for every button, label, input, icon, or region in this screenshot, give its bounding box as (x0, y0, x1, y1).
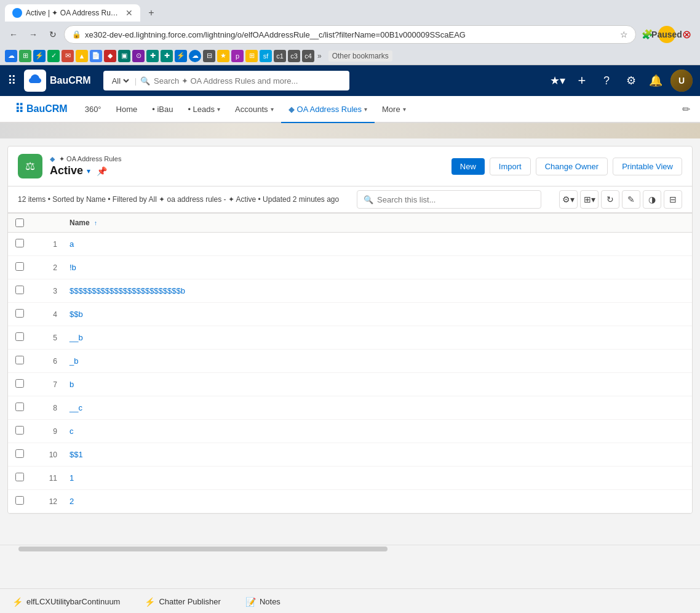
setup-gear-icon[interactable]: ⚙ (621, 71, 641, 90)
row-name-cell: __b (62, 326, 692, 350)
browser-menu-icon[interactable]: ⊗ (678, 26, 695, 43)
ext-bookmark-icon[interactable]: ⊞ (245, 50, 258, 62)
nav-item-ibau[interactable]: • iBau (145, 96, 180, 123)
row-name-link[interactable]: _b (70, 356, 78, 366)
paused-badge[interactable]: Paused (658, 26, 675, 43)
utility-item-chatter[interactable]: ⚡ Chatter Publisher (140, 589, 225, 613)
ext-c1-icon[interactable]: c1 (274, 50, 286, 62)
nav-item-accounts[interactable]: Accounts ▾ (228, 96, 280, 123)
edit-list-button[interactable]: ✎ (622, 190, 640, 209)
row-checkbox[interactable] (15, 286, 24, 294)
ext-check4-icon[interactable]: ⚡ (175, 50, 187, 62)
ext-teal-icon[interactable]: ▣ (118, 50, 130, 62)
import-button[interactable]: Import (490, 158, 531, 175)
ext-c3-icon[interactable]: c3 (288, 50, 300, 62)
ext-p-icon[interactable]: p (231, 50, 244, 62)
row-name-link[interactable]: 1 (70, 473, 74, 483)
ext-mail-icon[interactable]: ✉ (62, 50, 74, 62)
refresh-button[interactable]: ↻ (601, 190, 619, 209)
utility-item-notes[interactable]: 📝 Notes (241, 589, 285, 613)
reload-button[interactable]: ↻ (44, 26, 62, 43)
waffle-menu-icon[interactable]: ⠿ (7, 73, 17, 88)
ext-sf2-icon[interactable]: sf (260, 50, 272, 62)
nav-app-name[interactable]: ⠿ BauCRM (5, 96, 78, 122)
ext-c4-icon[interactable]: c4 (302, 50, 314, 62)
row-name-link[interactable]: $$b (70, 310, 83, 319)
view-name-dropdown-icon[interactable]: ▾ (87, 167, 90, 175)
help-icon[interactable]: ? (597, 71, 616, 90)
row-checkbox[interactable] (15, 262, 24, 271)
nav-item-360[interactable]: 360° (78, 96, 109, 123)
nav-item-home[interactable]: Home (109, 96, 145, 123)
row-name-link[interactable]: __c (70, 403, 82, 412)
bookmark-icon[interactable]: ☆ (620, 30, 628, 39)
row-name-link[interactable]: a (70, 239, 74, 249)
row-name-link[interactable]: !b (70, 263, 76, 272)
horizontal-scrollbar[interactable] (0, 545, 700, 552)
row-name-link[interactable]: __b (70, 333, 83, 342)
ext-drive-icon[interactable]: ▲ (76, 50, 88, 62)
ext-doc-icon[interactable]: 📄 (90, 50, 102, 62)
filter-button[interactable]: ⊟ (664, 190, 682, 209)
ext-sf-icon[interactable]: ☁ (189, 50, 201, 62)
nav-item-leads[interactable]: • Leads ▾ (180, 96, 228, 123)
add-icon[interactable]: + (572, 71, 592, 90)
row-checkbox[interactable] (15, 379, 24, 388)
back-button[interactable]: ← (5, 26, 22, 43)
column-header-name[interactable]: Name ↑ (62, 214, 692, 233)
active-tab[interactable]: Active | ✦ OA Address Rules | S... ✕ (5, 4, 140, 22)
ext-check2-icon[interactable]: ✚ (146, 50, 159, 62)
tab-close-button[interactable]: ✕ (125, 8, 133, 18)
printable-view-button[interactable]: Printable View (613, 158, 682, 175)
change-owner-button[interactable]: Change Owner (536, 158, 608, 175)
user-avatar[interactable]: U (670, 70, 693, 92)
ext-check3-icon[interactable]: ✚ (161, 50, 173, 62)
row-checkbox[interactable] (15, 239, 24, 247)
nav-item-more[interactable]: More ▾ (375, 96, 413, 123)
new-tab-button[interactable]: + (143, 4, 160, 22)
address-bar[interactable]: 🔒 xe302-dev-ed.lightning.force.com/light… (64, 25, 636, 44)
ext-cloud-icon[interactable]: ☁ (5, 50, 17, 62)
notification-bell-icon[interactable]: 🔔 (646, 71, 666, 90)
row-checkbox[interactable] (15, 403, 24, 411)
row-name-link[interactable]: b (70, 380, 74, 389)
ext-lightning-icon[interactable]: ⚡ (33, 50, 46, 62)
ext-grid-icon[interactable]: ⊞ (19, 50, 31, 62)
ext-star-icon[interactable]: ★ (217, 50, 229, 62)
more-extensions-button[interactable]: » (317, 52, 322, 60)
row-checkbox[interactable] (15, 356, 24, 364)
other-bookmarks-label[interactable]: Other bookmarks (328, 50, 392, 62)
row-checkbox-cell (8, 326, 31, 350)
nav-edit-button[interactable]: ✏ (677, 96, 695, 122)
row-checkbox[interactable] (15, 473, 24, 481)
scroll-thumb[interactable] (18, 547, 388, 551)
search-scope-select[interactable]: All (109, 76, 131, 86)
sf-search-bar[interactable]: All | 🔍 (103, 71, 349, 90)
ext-purple-icon[interactable]: ⊙ (132, 50, 145, 62)
global-search-input[interactable] (154, 76, 343, 86)
list-search-bar[interactable]: 🔍 (357, 190, 541, 209)
pin-icon[interactable]: 📌 (97, 166, 107, 176)
charts-button[interactable]: ◑ (643, 190, 661, 209)
row-name-link[interactable]: c (70, 427, 74, 436)
ext-pipe-icon[interactable]: ⊟ (203, 50, 215, 62)
select-all-checkbox[interactable] (15, 218, 24, 227)
favorites-icon[interactable]: ★▾ (547, 71, 567, 90)
row-checkbox[interactable] (15, 496, 24, 505)
ext-red-icon[interactable]: ◆ (104, 50, 116, 62)
gear-settings-button[interactable]: ⚙▾ (559, 190, 578, 209)
row-name-link[interactable]: $$1 (70, 450, 83, 459)
new-button[interactable]: New (451, 158, 485, 175)
row-name-link[interactable]: 2 (70, 497, 74, 506)
columns-button[interactable]: ⊞▾ (580, 190, 599, 209)
list-search-input[interactable] (377, 195, 535, 204)
row-checkbox[interactable] (15, 332, 24, 341)
utility-item-elfLCX[interactable]: ⚡ elfLCXUtilitybarContinuum (7, 589, 125, 613)
row-checkbox[interactable] (15, 449, 24, 458)
forward-button[interactable]: → (25, 26, 42, 43)
nav-item-oa-address-rules[interactable]: ◆ OA Address Rules ▾ (281, 96, 375, 123)
row-checkbox[interactable] (15, 426, 24, 435)
ext-check-icon[interactable]: ✓ (47, 50, 60, 62)
row-name-link[interactable]: $$$$$$$$$$$$$$$$$$$$$$$$$b (70, 286, 185, 295)
row-checkbox[interactable] (15, 309, 24, 318)
